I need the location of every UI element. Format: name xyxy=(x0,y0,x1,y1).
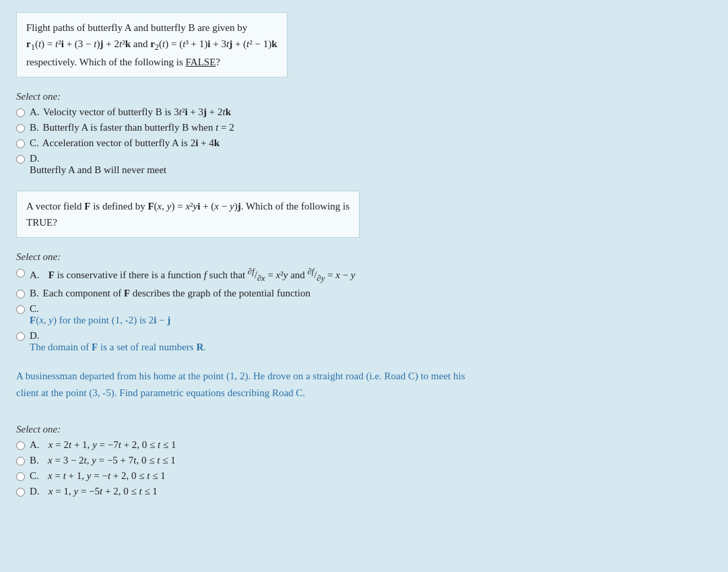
q1-option-d[interactable]: D. Butterfly A and B will never meet xyxy=(16,153,712,176)
q3-radio-c[interactable] xyxy=(16,472,25,481)
q2-option-b[interactable]: B. Each component of F describes the gra… xyxy=(16,288,712,299)
q2-line2: TRUE? xyxy=(26,214,350,230)
q1-option-a[interactable]: A. Velocity vector of butterfly B is 3t²… xyxy=(16,106,712,118)
q2-label-b: B. Each component of F describes the gra… xyxy=(30,288,310,299)
q1-option-c[interactable]: C. Acceleration vector of butterfly A is… xyxy=(16,137,712,149)
question-1: Flight paths of butterfly A and butterfl… xyxy=(16,12,712,176)
q1-option-b[interactable]: B. Butterfly A is faster than butterfly … xyxy=(16,122,712,133)
q1-line3: respectively. Which of the following is … xyxy=(26,54,277,70)
q3-option-b[interactable]: B. x = 3 − 2t, y = −5 + 7t, 0 ≤ t ≤ 1 xyxy=(16,455,712,466)
q1-line1: Flight paths of butterfly A and butterfl… xyxy=(26,20,277,36)
q3-label-d: D. x = 1, y = −5t + 2, 0 ≤ t ≤ 1 xyxy=(30,486,158,497)
question-3: A businessman departed from his home at … xyxy=(16,368,712,497)
q1-line2: r1(t) = t²i + (3 − t)j + 2t²k and r2(t) … xyxy=(26,36,277,54)
q1-label-d: D. Butterfly A and B will never meet xyxy=(30,153,166,176)
q1-radio-c[interactable] xyxy=(16,139,25,148)
q1-label-c: C. Acceleration vector of butterfly A is… xyxy=(30,137,220,149)
q2-label-d: D. The domain of F is a set of real numb… xyxy=(30,330,206,353)
q2-box: A vector field F is defined by F(x, y) =… xyxy=(16,191,360,238)
q2-radio-c[interactable] xyxy=(16,305,25,314)
q1-box: Flight paths of butterfly A and butterfl… xyxy=(16,12,288,77)
q1-radio-a[interactable] xyxy=(16,108,25,117)
q3-radio-b[interactable] xyxy=(16,457,25,466)
q2-radio-d[interactable] xyxy=(16,332,25,341)
q2-label-a: A. F is conservative if there is a funct… xyxy=(30,267,356,284)
q3-radio-d[interactable] xyxy=(16,488,25,497)
q1-select-label: Select one: xyxy=(16,91,712,102)
q3-option-d[interactable]: D. x = 1, y = −5t + 2, 0 ≤ t ≤ 1 xyxy=(16,486,712,497)
q2-option-c[interactable]: C. F(x, y) for the point (1, -2) is 2i −… xyxy=(16,303,712,326)
q2-select-label: Select one: xyxy=(16,251,712,263)
q2-radio-b[interactable] xyxy=(16,290,25,298)
q2-option-a[interactable]: A. F is conservative if there is a funct… xyxy=(16,267,712,284)
q1-radio-d[interactable] xyxy=(16,155,25,164)
q3-option-a[interactable]: A. x = 2t + 1, y = −7t + 2, 0 ≤ t ≤ 1 xyxy=(16,439,712,451)
q3-label-a: A. x = 2t + 1, y = −7t + 2, 0 ≤ t ≤ 1 xyxy=(30,439,176,451)
q3-option-c[interactable]: C. x = t + 1, y = −t + 2, 0 ≤ t ≤ 1 xyxy=(16,470,712,482)
q2-radio-a[interactable] xyxy=(16,269,25,278)
q1-label-a: A. Velocity vector of butterfly B is 3t²… xyxy=(30,106,231,118)
q2-label-c: C. F(x, y) for the point (1, -2) is 2i −… xyxy=(30,303,170,326)
q2-option-d[interactable]: D. The domain of F is a set of real numb… xyxy=(16,330,712,353)
q3-paragraph: A businessman departed from his home at … xyxy=(16,368,488,402)
q2-line1: A vector field F is defined by F(x, y) =… xyxy=(26,198,350,214)
q3-radio-a[interactable] xyxy=(16,441,25,450)
q1-label-b: B. Butterfly A is faster than butterfly … xyxy=(30,122,234,133)
question-2: A vector field F is defined by F(x, y) =… xyxy=(16,191,712,353)
q3-label-c: C. x = t + 1, y = −t + 2, 0 ≤ t ≤ 1 xyxy=(30,470,166,482)
q1-radio-b[interactable] xyxy=(16,124,25,133)
q3-select-label: Select one: xyxy=(16,424,712,435)
q3-label-b: B. x = 3 − 2t, y = −5 + 7t, 0 ≤ t ≤ 1 xyxy=(30,455,176,466)
